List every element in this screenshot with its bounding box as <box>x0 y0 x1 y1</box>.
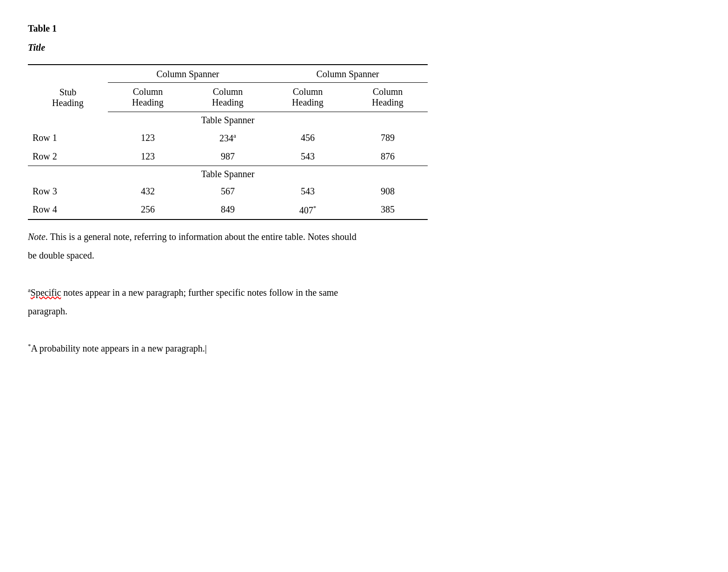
row-3-c3: 543 <box>268 182 348 200</box>
row-1-c2: 234a <box>188 128 268 147</box>
general-note-cont: be double spaced. <box>28 246 700 265</box>
row-1-label: Row 1 <box>28 128 108 147</box>
table-row: Row 1 123 234a 456 789 <box>28 128 428 147</box>
row-2-label: Row 2 <box>28 147 108 166</box>
table-title: Title <box>28 42 700 53</box>
main-table: StubHeading Column Spanner Column Spanne… <box>28 64 428 220</box>
col-heading-3: ColumnHeading <box>268 83 348 112</box>
col-heading-4: ColumnHeading <box>348 83 428 112</box>
row-3-c2: 567 <box>188 182 268 200</box>
table-row: Row 4 256 849 407* 385 <box>28 200 428 220</box>
general-note: Note. This is a general note, referring … <box>28 227 700 246</box>
row-2-c4: 876 <box>348 147 428 166</box>
row-3-c4: 908 <box>348 182 428 200</box>
row-3-c1: 432 <box>108 182 188 200</box>
table-label: Table 1 <box>28 23 700 34</box>
col-spanner-2: Column Spanner <box>268 65 428 83</box>
row-1-c4: 789 <box>348 128 428 147</box>
notes-section: Note. This is a general note, referring … <box>28 227 700 358</box>
row-4-c1: 256 <box>108 200 188 220</box>
row-4-label: Row 4 <box>28 200 108 220</box>
row-2-c1: 123 <box>108 147 188 166</box>
specific-note: aSpecific notes appear in a new paragrap… <box>28 283 700 302</box>
row-2-c3: 543 <box>268 147 348 166</box>
table-spanner-row-2: Table Spanner <box>28 166 428 182</box>
col-spanner-1: Column Spanner <box>108 65 268 83</box>
row-2-c2: 987 <box>188 147 268 166</box>
row-4-c3: 407* <box>268 200 348 220</box>
table-row: Row 3 432 567 543 908 <box>28 182 428 200</box>
row-1-c3: 456 <box>268 128 348 147</box>
col-heading-1: ColumnHeading <box>108 83 188 112</box>
stub-heading-cell: StubHeading <box>28 65 108 112</box>
row-3-label: Row 3 <box>28 182 108 200</box>
table-spanner-row-1: Table Spanner <box>28 112 428 129</box>
probability-note: *A probability note appears in a new par… <box>28 339 700 358</box>
row-1-c1: 123 <box>108 128 188 147</box>
col-heading-2: ColumnHeading <box>188 83 268 112</box>
table-row: Row 2 123 987 543 876 <box>28 147 428 166</box>
specific-note-cont: paragraph. <box>28 302 700 320</box>
bottom-border-row <box>28 219 428 220</box>
row-4-c2: 849 <box>188 200 268 220</box>
row-4-c4: 385 <box>348 200 428 220</box>
